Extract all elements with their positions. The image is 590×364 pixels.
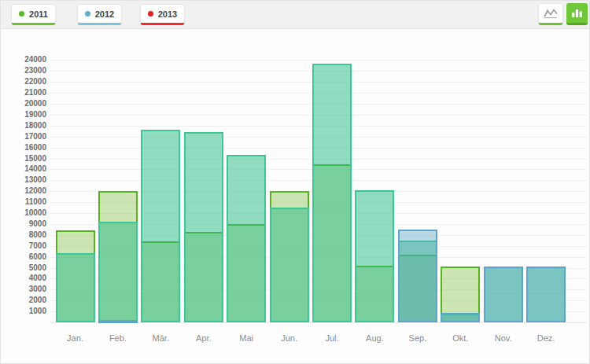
legend-toggle-2011[interactable]: 2011 <box>11 4 56 24</box>
y-axis-label-13000: 13000 <box>1 175 46 185</box>
legend-underline-2013 <box>141 23 184 25</box>
bar-2013-jun[interactable] <box>270 208 309 322</box>
y-axis-label-16000: 16000 <box>1 143 46 153</box>
bar-2012-nov[interactable] <box>484 267 523 322</box>
legend-label-2011: 2011 <box>29 9 48 19</box>
x-axis-label-jan: Jan. <box>54 333 97 344</box>
y-axis-label-18000: 18000 <box>1 121 46 131</box>
y-axis-label-14000: 14000 <box>1 164 46 174</box>
bar-chart-type-button[interactable] <box>566 3 588 25</box>
line-chart-underline <box>539 23 562 25</box>
bar-2012-feb[interactable] <box>98 320 138 323</box>
bar-2012-okt[interactable] <box>441 313 480 323</box>
gridline <box>50 60 587 61</box>
y-axis-label-6000: 6000 <box>1 252 46 262</box>
bar-chart-icon <box>571 8 583 19</box>
bar-2013-feb[interactable] <box>98 222 138 322</box>
y-axis-label-22000: 22000 <box>1 77 46 86</box>
legend-dot-2013 <box>148 11 153 17</box>
legend-underline-2012 <box>78 23 121 25</box>
legend-dot-2012 <box>85 11 90 17</box>
legend-dot-2011 <box>19 11 24 17</box>
y-axis-label-17000: 17000 <box>1 132 46 142</box>
y-axis-label-7000: 7000 <box>1 241 46 251</box>
line-chart-type-button[interactable] <box>538 3 563 24</box>
x-axis-label-sep: Sep. <box>396 333 439 344</box>
y-axis-label-11000: 11000 <box>1 197 46 207</box>
bar-2013-aug[interactable] <box>355 190 394 322</box>
plot-area: 1000200030004000500060007000800090001000… <box>1 29 589 363</box>
bar-2013-apr[interactable] <box>184 132 223 322</box>
x-axis-label-dez: Dez. <box>525 333 567 344</box>
x-axis-label-mar: Mär. <box>139 333 182 344</box>
bar-2013-mai[interactable] <box>227 155 266 322</box>
x-axis-label-mai: Mai <box>225 333 267 344</box>
y-axis-label-19000: 19000 <box>1 110 46 119</box>
y-axis-label-3000: 3000 <box>1 285 46 294</box>
y-axis-label-1000: 1000 <box>1 307 46 316</box>
x-axis-label-jul: Jul. <box>311 333 353 344</box>
y-axis-label-21000: 21000 <box>1 88 46 97</box>
y-axis-label-10000: 10000 <box>1 208 46 218</box>
y-axis-label-24000: 24000 <box>1 55 46 64</box>
chart-widget: 2011 2012 2013 <box>0 0 590 364</box>
y-axis-label-15000: 15000 <box>1 154 46 164</box>
x-axis-label-okt: Okt. <box>439 333 481 344</box>
bar-2012-sep[interactable] <box>398 230 437 322</box>
y-axis-label-8000: 8000 <box>1 230 46 240</box>
bar-2012-dez[interactable] <box>526 267 566 322</box>
legend-underline-2011 <box>12 23 55 25</box>
line-chart-icon <box>543 8 559 19</box>
legend-label-2013: 2013 <box>158 9 177 19</box>
bar-2013-jul[interactable] <box>312 64 352 322</box>
y-axis-label-5000: 5000 <box>1 263 46 273</box>
x-axis-label-apr: Apr. <box>183 333 225 344</box>
y-axis-label-23000: 23000 <box>1 66 46 75</box>
y-axis-label-4000: 4000 <box>1 274 46 283</box>
x-axis-label-nov: Nov. <box>482 333 525 344</box>
legend-toggle-2013[interactable]: 2013 <box>140 4 185 24</box>
legend-label-2012: 2012 <box>95 9 114 19</box>
y-axis-label-2000: 2000 <box>1 296 46 305</box>
x-axis-label-jun: Jun. <box>268 333 311 344</box>
x-axis-label-feb: Feb. <box>97 333 139 344</box>
y-axis-label-20000: 20000 <box>1 99 46 108</box>
bar-2013-mar[interactable] <box>141 130 180 322</box>
y-axis-label-12000: 12000 <box>1 186 46 196</box>
x-axis-label-aug: Aug. <box>353 333 396 344</box>
bar-2013-jan[interactable] <box>56 253 95 322</box>
y-axis-label-9000: 9000 <box>1 219 46 229</box>
toolbar: 2011 2012 2013 <box>1 1 590 29</box>
legend-toggle-2012[interactable]: 2012 <box>77 4 122 24</box>
